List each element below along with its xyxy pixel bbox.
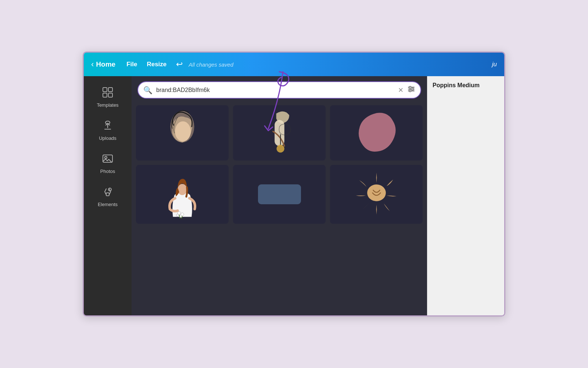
main-area: Templates Uploads	[84, 76, 504, 315]
uploads-icon	[102, 120, 114, 133]
right-panel: Poppins Medium	[427, 76, 504, 315]
topbar: ‹ Home File Resize ↩ All changes saved j…	[84, 53, 504, 76]
svg-point-23	[176, 214, 179, 217]
undo-button[interactable]: ↩	[176, 60, 183, 69]
grid-item-5[interactable]	[233, 165, 326, 224]
file-menu[interactable]: File	[126, 61, 137, 68]
sidebar-item-photos[interactable]: Photos	[84, 146, 132, 179]
svg-point-13	[412, 88, 414, 90]
content-panel: 🔍 ✕	[132, 76, 427, 315]
grid-item-1[interactable]	[136, 105, 229, 160]
svg-rect-0	[103, 88, 107, 92]
elements-label: Elements	[98, 202, 118, 207]
search-icon: 🔍	[143, 86, 153, 95]
svg-point-12	[409, 86, 411, 88]
svg-point-16	[175, 121, 191, 141]
home-button[interactable]: Home	[96, 60, 115, 68]
svg-point-19	[276, 145, 284, 152]
svg-rect-3	[108, 93, 112, 97]
elements-grid	[136, 105, 423, 224]
svg-rect-1	[108, 88, 112, 92]
photos-label: Photos	[100, 169, 115, 174]
sidebar-item-templates[interactable]: Templates	[84, 80, 132, 113]
uploads-label: Uploads	[99, 135, 116, 141]
grid-item-2[interactable]	[233, 105, 326, 160]
grid-item-6[interactable]	[330, 165, 423, 224]
photos-icon	[102, 153, 114, 166]
templates-icon	[102, 86, 114, 100]
grid-area	[132, 102, 427, 315]
svg-rect-2	[103, 93, 107, 97]
grid-item-4[interactable]	[136, 165, 229, 224]
svg-point-6	[105, 156, 107, 159]
svg-point-14	[409, 90, 411, 92]
clear-search-button[interactable]: ✕	[398, 86, 404, 94]
resize-menu[interactable]: Resize	[147, 61, 166, 68]
search-bar: 🔍 ✕	[137, 81, 421, 99]
search-bar-wrap: 🔍 ✕	[132, 76, 427, 102]
search-input[interactable]	[156, 87, 394, 93]
user-label: ju	[492, 61, 497, 68]
font-name-label: Poppins Medium	[433, 82, 480, 89]
templates-label: Templates	[97, 102, 118, 108]
sidebar-item-uploads[interactable]: Uploads	[84, 113, 132, 146]
sidebar-item-elements[interactable]: Elements	[84, 179, 132, 212]
app-frame: ‹ Home File Resize ↩ All changes saved j…	[83, 52, 505, 316]
svg-point-28	[367, 184, 386, 201]
sidebar: Templates Uploads	[84, 76, 132, 315]
svg-rect-7	[106, 193, 109, 196]
save-status: All changes saved	[189, 61, 233, 68]
svg-rect-27	[258, 184, 301, 204]
grid-item-3[interactable]	[330, 105, 423, 160]
filter-button[interactable]	[407, 85, 415, 95]
elements-icon	[102, 186, 114, 199]
svg-point-20	[178, 184, 187, 195]
back-button[interactable]: ‹	[91, 60, 94, 69]
